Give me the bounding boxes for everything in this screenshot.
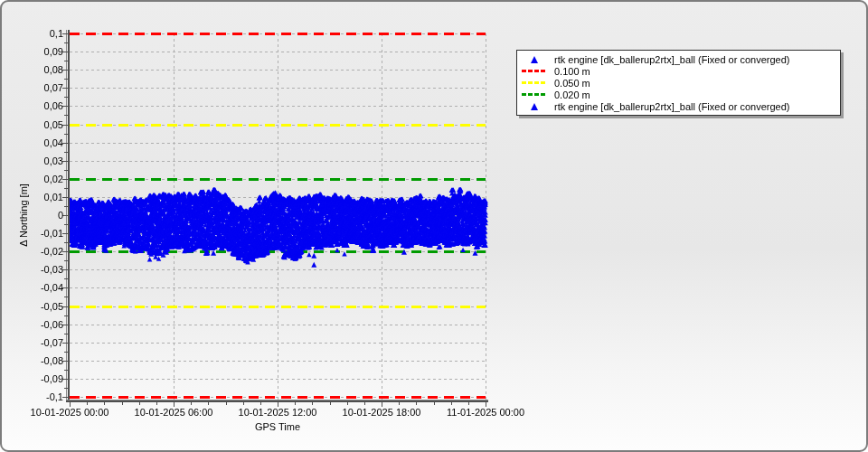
x-tick-label: 10-01-2025 00:00 — [11, 407, 128, 418]
triangle-marker-icon — [531, 56, 538, 63]
y-tick-label: -0,09 — [0, 373, 63, 384]
y-tick-label: 0,03 — [0, 155, 63, 166]
legend-item-label: 0.020 m — [554, 89, 590, 100]
y-tick-label: 0,02 — [0, 174, 63, 184]
x-axis-title: GPS Time — [223, 421, 332, 432]
y-tick-label: 0 — [0, 210, 63, 221]
y-tick-label: -0,1 — [0, 391, 63, 402]
legend-item[interactable]: 0.050 m — [517, 77, 840, 89]
y-tick-label: 0,01 — [0, 192, 63, 202]
legend-item-label: rtk engine [dk_ballerup2rtx]_ball (Fixed… — [554, 54, 789, 65]
y-tick-label: -0,01 — [0, 228, 63, 239]
x-tick-label: 11-01-2025 00:00 — [427, 407, 544, 418]
dash-marker-icon — [522, 81, 546, 84]
y-tick-label: 0,06 — [0, 100, 63, 111]
y-tick-label: 0,07 — [0, 82, 63, 93]
legend-item[interactable]: 0.020 m — [517, 89, 840, 100]
y-tick-label: 0,09 — [0, 46, 63, 57]
y-tick-label: 0,04 — [0, 137, 63, 148]
legend-item[interactable]: rtk engine [dk_ballerup2rtx]_ball (Fixed… — [517, 53, 840, 65]
triangle-marker-icon — [522, 56, 546, 63]
x-tick-label: 10-01-2025 06:00 — [115, 407, 232, 418]
y-axis-title: Δ Northing [m] — [18, 184, 29, 247]
legend-item[interactable]: rtk engine [dk_ballerup2rtx]_ball (Fixed… — [517, 100, 840, 112]
legend-item-label: rtk engine [dk_ballerup2rtx]_ball (Fixed… — [554, 101, 789, 112]
y-tick-label: -0,07 — [0, 337, 63, 348]
y-tick-label: -0,08 — [0, 355, 63, 366]
x-tick-label: 10-01-2025 18:00 — [323, 407, 440, 418]
triangle-marker-icon — [522, 103, 546, 110]
legend-item[interactable]: 0.100 m — [517, 65, 840, 77]
legend-item-label: 0.100 m — [554, 66, 590, 77]
dash-marker-icon — [522, 93, 546, 96]
y-tick-label: -0,02 — [0, 246, 63, 257]
legend-item-label: 0.050 m — [554, 78, 590, 89]
triangle-marker-icon — [531, 103, 538, 110]
y-tick-label: 0,05 — [0, 119, 63, 130]
y-tick-label: 0,1 — [0, 28, 63, 39]
dash-marker-icon — [522, 70, 546, 72]
y-tick-label: -0,05 — [0, 301, 63, 312]
dash-marker-icon — [522, 81, 546, 84]
y-tick-label: 0,08 — [0, 64, 63, 75]
y-tick-label: -0,06 — [0, 319, 63, 330]
y-tick-label: -0,04 — [0, 282, 63, 293]
dash-marker-icon — [522, 93, 546, 96]
dash-marker-icon — [522, 70, 546, 72]
x-tick-label: 10-01-2025 12:00 — [219, 407, 336, 418]
y-tick-label: -0,03 — [0, 264, 63, 275]
legend: rtk engine [dk_ballerup2rtx]_ball (Fixed… — [516, 50, 841, 116]
